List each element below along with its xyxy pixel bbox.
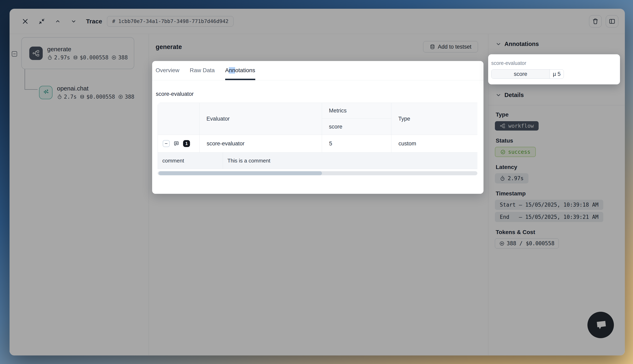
- comment-value: This is a comment: [223, 152, 478, 169]
- cell-type: custom: [391, 135, 478, 152]
- annotations-tab-body: score-evaluator Evaluator Metrics Type: [152, 80, 484, 194]
- evaluator-section-title: score-evaluator: [156, 91, 194, 97]
- minus-icon: [164, 142, 168, 146]
- metric-mean-value: µ 5: [550, 70, 564, 78]
- column-header-metrics: Metrics: [322, 103, 391, 119]
- tab-annotations-text: otations: [235, 67, 255, 74]
- column-header-actions: [158, 103, 200, 135]
- comment-label: comment: [158, 152, 223, 169]
- tab-overview[interactable]: Overview: [156, 61, 180, 80]
- column-header-evaluator: Evaluator: [200, 103, 322, 135]
- comment-row: comment This is a comment: [158, 152, 478, 169]
- table-row: 1 score-evaluator 5 custom: [158, 135, 478, 152]
- cell-score: 5: [322, 135, 391, 152]
- tab-bar: Overview Raw Data Annotations: [152, 61, 484, 80]
- annotation-summary-card: score-evaluator score µ 5: [488, 54, 620, 84]
- tab-raw-data[interactable]: Raw Data: [190, 61, 215, 80]
- annotations-modal-card: Overview Raw Data Annotations score-eval…: [152, 61, 484, 194]
- annotation-evaluator-label: score-evaluator: [491, 60, 526, 66]
- column-subheader-score: score: [322, 119, 391, 135]
- metric-name: score: [492, 70, 550, 78]
- trace-viewer-window: Trace # 1cbb70e7-34a1-7bb7-3498-771b7d46…: [10, 9, 625, 356]
- annotation-score-chip[interactable]: score µ 5: [491, 69, 564, 79]
- column-header-type: Type: [391, 103, 478, 135]
- cell-evaluator: score-evaluator: [200, 135, 322, 152]
- horizontal-scrollbar[interactable]: [158, 171, 478, 175]
- comment-count-badge[interactable]: 1: [183, 140, 190, 147]
- evaluator-table: Evaluator Metrics Type score: [158, 103, 478, 170]
- tab-annotations-text: A: [225, 67, 229, 74]
- tab-annotations[interactable]: Annotations: [225, 61, 255, 80]
- collapse-row-button[interactable]: [163, 140, 170, 147]
- tab-annotations-selected-text: nn: [229, 67, 235, 74]
- scrollbar-thumb[interactable]: [159, 171, 322, 175]
- comment-icon[interactable]: [173, 140, 180, 147]
